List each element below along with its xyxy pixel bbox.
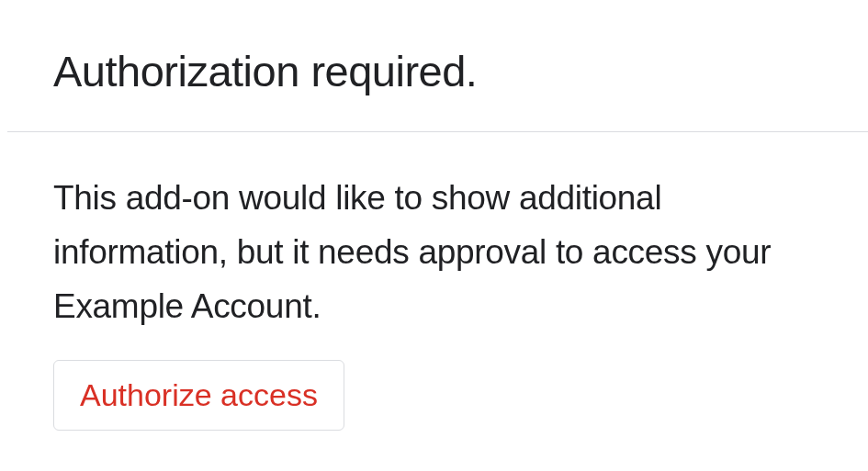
authorize-button[interactable]: Authorize access [53,360,344,431]
dialog-body: This add-on would like to show additiona… [0,132,868,431]
button-wrapper: Authorize access [53,360,815,431]
dialog-description: This add-on would like to show additiona… [53,171,815,334]
dialog-title: Authorization required. [53,46,815,96]
authorization-dialog: Authorization required. This add-on woul… [0,0,868,431]
dialog-header: Authorization required. [0,0,868,131]
